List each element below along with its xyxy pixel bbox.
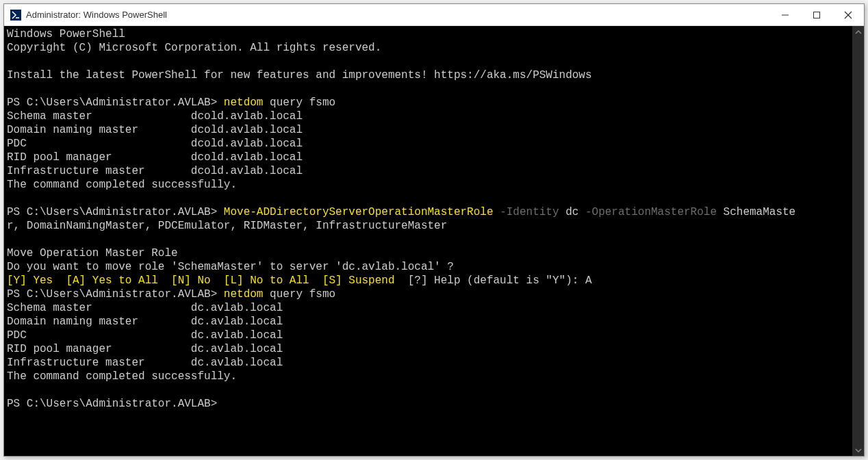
window-controls — [769, 4, 864, 25]
output-line: Copyright (C) Microsoft Corporation. All… — [7, 41, 850, 55]
blank-line — [7, 233, 850, 246]
command: netdom — [224, 288, 264, 301]
prompt-line: PS C:\Users\Administrator.AVLAB> netdom … — [7, 288, 850, 301]
command: netdom — [224, 97, 264, 109]
vertical-scrollbar[interactable] — [852, 26, 864, 456]
output-line: Domain naming master dcold.avlab.local — [7, 123, 850, 137]
parameter-name: -OperationMasterRole — [578, 206, 717, 218]
output-line: RID pool manager dcold.avlab.local — [7, 151, 850, 164]
parameter-name: -Identity — [494, 206, 559, 218]
choice-rest: [?] Help (default is "Y"): A — [401, 274, 591, 287]
output-line: Windows PowerShell — [7, 27, 850, 41]
powershell-icon — [10, 9, 22, 21]
output-line: Domain naming master dc.avlab.local — [7, 315, 850, 329]
output-line: PDC dc.avlab.local — [7, 329, 850, 342]
choices-line: [Y] Yes [A] Yes to All [N] No [L] No to … — [7, 274, 850, 288]
prompt-line: PS C:\Users\Administrator.AVLAB> Move-AD… — [7, 205, 850, 219]
blank-line — [7, 55, 850, 68]
output-line: RID pool manager dc.avlab.local — [7, 342, 850, 356]
close-button[interactable] — [832, 4, 864, 25]
svg-rect-2 — [814, 12, 820, 18]
output-line: Install the latest PowerShell for new fe… — [7, 68, 850, 82]
output-line: r, DomainNamingMaster, PDCEmulator, RIDM… — [7, 219, 850, 233]
output-line: Infrastructure master dc.avlab.local — [7, 356, 850, 370]
terminal-area[interactable]: Windows PowerShellCopyright (C) Microsof… — [4, 26, 864, 456]
prompt-line: PS C:\Users\Administrator.AVLAB> — [7, 397, 850, 411]
blank-line — [7, 82, 850, 96]
prompt-line: PS C:\Users\Administrator.AVLAB> netdom … — [7, 96, 850, 110]
terminal-output[interactable]: Windows PowerShellCopyright (C) Microsof… — [4, 26, 852, 456]
blank-line — [7, 383, 850, 397]
parameter-value: SchemaMaste — [717, 206, 795, 218]
output-line: Do you want to move role 'SchemaMaster' … — [7, 260, 850, 274]
command: Move-ADDirectoryServerOperationMasterRol… — [224, 206, 494, 218]
maximize-button[interactable] — [801, 4, 832, 25]
output-line: Schema master dc.avlab.local — [7, 301, 850, 315]
parameter-value: dc — [559, 206, 579, 218]
output-line: Schema master dcold.avlab.local — [7, 110, 850, 123]
minimize-button[interactable] — [769, 4, 801, 25]
prompt: PS C:\Users\Administrator.AVLAB> — [7, 288, 224, 301]
command-args: query fsmo — [263, 288, 335, 301]
scroll-up-icon[interactable] — [852, 26, 864, 38]
output-line: The command completed successfully. — [7, 370, 850, 383]
window-title: Administrator: Windows PowerShell — [26, 10, 167, 20]
blank-line — [7, 192, 850, 205]
output-line: Move Operation Master Role — [7, 246, 850, 260]
powershell-window: Administrator: Windows PowerShell Window… — [3, 3, 865, 457]
choice-options: [Y] Yes [A] Yes to All [N] No [L] No to … — [7, 274, 401, 287]
output-line: Infrastructure master dcold.avlab.local — [7, 164, 850, 178]
output-line: PDC dcold.avlab.local — [7, 137, 850, 151]
prompt: PS C:\Users\Administrator.AVLAB> — [7, 97, 224, 109]
scroll-down-icon[interactable] — [852, 444, 864, 456]
prompt: PS C:\Users\Administrator.AVLAB> — [7, 206, 224, 218]
output-line: The command completed successfully. — [7, 178, 850, 192]
command-args: query fsmo — [263, 97, 335, 109]
titlebar[interactable]: Administrator: Windows PowerShell — [4, 4, 864, 26]
